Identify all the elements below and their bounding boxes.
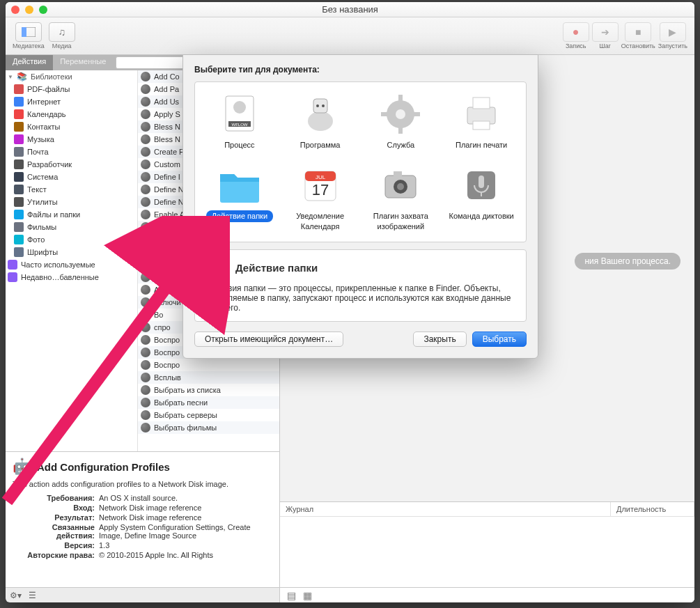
action-icon xyxy=(141,310,150,320)
svg-rect-7 xyxy=(313,99,327,113)
action-item[interactable]: Выбрать серверы xyxy=(138,409,279,421)
action-item[interactable]: Выбрать из списка xyxy=(138,384,279,396)
category-item[interactable]: Текст xyxy=(6,183,137,196)
folder-icon xyxy=(205,258,228,278)
record-button[interactable]: ●Запись xyxy=(563,22,589,49)
category-icon xyxy=(14,84,24,94)
svg-rect-28 xyxy=(479,176,484,188)
category-item[interactable]: Почта xyxy=(6,146,137,158)
journal-view-grid-icon[interactable]: ▦ xyxy=(303,590,312,601)
smart-folder-icon xyxy=(8,272,17,282)
svg-rect-17 xyxy=(473,98,490,109)
category-icon xyxy=(14,247,24,257)
journal-panel: Журнал Длительность ▤ ▦ xyxy=(280,501,694,602)
category-item[interactable]: Интернет xyxy=(6,95,137,108)
doc-type-folder[interactable]: Действие папки xyxy=(201,163,279,232)
doc-type-gear[interactable]: Служба xyxy=(362,92,440,150)
run-button[interactable]: ▶Запустить xyxy=(658,22,687,49)
category-icon xyxy=(14,222,24,232)
category-icon xyxy=(14,235,24,244)
calendar-icon: JUL17 xyxy=(297,163,344,206)
category-list[interactable]: ▼📚Библиотеки PDF-файлыИнтернетКалендарьК… xyxy=(6,70,138,451)
info-value: An OS X install source. xyxy=(99,494,272,502)
action-icon xyxy=(141,222,150,232)
action-icon xyxy=(141,260,150,270)
action-icon xyxy=(141,197,150,207)
category-smart-item[interactable]: Часто используемые xyxy=(6,258,137,271)
view-list-icon[interactable]: ☰ xyxy=(29,591,36,600)
action-icon xyxy=(141,134,150,144)
category-icon xyxy=(14,197,24,207)
category-icon xyxy=(14,134,24,144)
info-value: 1.3 xyxy=(99,541,272,549)
action-icon xyxy=(141,235,150,244)
library-toggle-button[interactable]: Медиатека xyxy=(13,22,45,49)
smart-folder-icon xyxy=(8,260,17,270)
action-item[interactable]: Выбрать песни xyxy=(138,396,279,409)
journal-col-log[interactable]: Журнал xyxy=(280,502,611,516)
category-item[interactable]: Шрифты xyxy=(6,246,137,258)
step-button[interactable]: ➔Шаг xyxy=(592,22,619,49)
category-item[interactable]: Утилиты xyxy=(6,196,137,208)
choose-button[interactable]: Выбрать xyxy=(472,332,527,347)
category-item[interactable]: Разработчик xyxy=(6,158,137,171)
action-icon xyxy=(141,410,150,420)
journal-view-list-icon[interactable]: ▤ xyxy=(287,590,296,601)
svg-rect-26 xyxy=(394,171,402,177)
category-icon xyxy=(14,172,24,182)
action-icon xyxy=(141,72,150,81)
action-item[interactable]: Всплыв xyxy=(138,371,279,384)
category-item[interactable]: Система xyxy=(6,171,137,183)
open-existing-button[interactable]: Открыть имеющийся документ… xyxy=(194,332,343,347)
step-icon: ➔ xyxy=(592,22,619,42)
tab-actions[interactable]: Действия xyxy=(6,55,53,70)
close-dialog-button[interactable]: Закрыть xyxy=(413,332,466,347)
category-header[interactable]: ▼📚Библиотеки xyxy=(6,70,137,83)
category-item[interactable]: Фото xyxy=(6,233,137,246)
action-icon xyxy=(141,84,150,94)
category-item[interactable]: Фильмы xyxy=(6,221,137,233)
action-icon xyxy=(141,122,150,132)
titlebar: Без названия xyxy=(6,2,694,17)
action-icon xyxy=(141,272,150,282)
category-item[interactable]: Контакты xyxy=(6,120,137,133)
camera-icon xyxy=(377,163,424,206)
svg-point-6 xyxy=(308,111,333,131)
category-item[interactable]: Музыка xyxy=(6,133,137,146)
category-smart-item[interactable]: Недавно…бавленные xyxy=(6,271,137,283)
doc-type-printer[interactable]: Плагин печати xyxy=(442,92,520,150)
svg-point-11 xyxy=(396,109,405,119)
category-item[interactable]: Файлы и папки xyxy=(6,208,137,221)
action-icon xyxy=(141,109,150,119)
info-value: Network Disk image reference xyxy=(99,504,272,512)
doc-type-camera[interactable]: Плагин захвата изображений xyxy=(362,163,440,232)
action-item[interactable]: Воспро xyxy=(138,359,279,371)
document-type-dialog: Выберите тип для документа: WFLOWПроцесс… xyxy=(182,54,538,359)
action-icon xyxy=(141,360,150,370)
category-item[interactable]: Календарь xyxy=(6,108,137,120)
category-icon xyxy=(14,97,24,107)
svg-point-8 xyxy=(316,104,319,107)
svg-rect-1 xyxy=(22,27,26,37)
category-icon xyxy=(14,109,24,119)
svg-rect-14 xyxy=(381,112,388,116)
doc-type-calendar[interactable]: JUL17Уведомление Календаря xyxy=(281,163,359,232)
robot-icon xyxy=(297,92,344,135)
category-item[interactable]: PDF-файлы xyxy=(6,83,137,95)
doc-type-mic[interactable]: Команда диктовки xyxy=(442,163,520,232)
gear-menu-button[interactable]: ⚙︎▾ xyxy=(10,591,22,600)
journal-col-duration[interactable]: Длительность xyxy=(611,502,694,516)
mic-icon xyxy=(458,163,505,206)
dialog-title: Выберите тип для документа: xyxy=(194,65,527,75)
tab-variables[interactable]: Переменные xyxy=(53,55,113,70)
doc-type-wflow[interactable]: WFLOWПроцесс xyxy=(201,92,279,150)
stop-button[interactable]: ■Остановить xyxy=(621,22,655,49)
action-icon xyxy=(141,423,150,432)
info-label: Требования: xyxy=(13,494,95,502)
svg-point-3 xyxy=(233,101,246,114)
action-info-panel: 🤖Add Configuration Profiles This action … xyxy=(6,451,279,587)
media-button[interactable]: ♫ Медиа xyxy=(49,22,75,49)
doc-type-robot[interactable]: Программа xyxy=(281,92,359,150)
type-description-box: Действие папки Действия папки — это проц… xyxy=(194,249,527,322)
action-item[interactable]: Выбрать фильмы xyxy=(138,421,279,434)
